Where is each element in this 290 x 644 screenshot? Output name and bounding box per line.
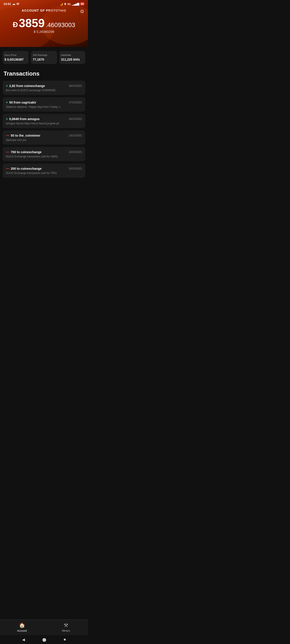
- signal-5g-icon: 5G: [67, 3, 71, 5]
- transaction-item-0[interactable]: + 2,92 from coinexchange 18/10/2021 Bot …: [3, 81, 85, 95]
- header-top: ACCOUNT OF PROTOTHIS ⚙: [0, 7, 88, 15]
- stat-value-2: 311,225 kH/s: [61, 58, 84, 61]
- tx-top-5: — 200 to coinexchange 10/10/2021: [6, 166, 82, 170]
- stat-value-1: 77,1670: [33, 58, 55, 61]
- message-icon: ✉: [17, 2, 19, 6]
- tx-sign-plus: +: [6, 117, 8, 121]
- transaction-item-5[interactable]: — 200 to coinexchange 10/10/2021 DUCO Ex…: [3, 164, 85, 178]
- tx-date-0: 18/10/2021: [69, 84, 82, 88]
- tx-date-2: 16/10/2021: [69, 118, 82, 120]
- balance-usd: $ 5,26380298: [5, 30, 84, 34]
- tx-desc-4: DUCO Exchange transaction (sell for XMG): [6, 155, 82, 158]
- tx-date-1: 17/10/2021: [69, 101, 82, 104]
- settings-button[interactable]: ⚙: [80, 9, 84, 14]
- tx-amount-text-1: 50 from cagricakir: [9, 100, 36, 104]
- tx-sign-minus: —: [6, 150, 10, 154]
- transactions-title: Transactions: [3, 70, 85, 77]
- stat-card-earnings: 24h Earnings 77,1670: [31, 51, 57, 64]
- stat-label-0: Duco Price: [5, 54, 27, 56]
- bluetooth-icon: 𝗕: [64, 2, 66, 6]
- tx-top-1: + 50 from cagricakir 17/10/2021: [6, 100, 82, 104]
- signal-bars-icon: ▁▃▅▇: [72, 2, 79, 6]
- tx-date-4: 10/10/2021: [69, 150, 82, 154]
- tx-amount-4: — 700 to coinexchange: [6, 150, 42, 154]
- tx-top-0: + 2,92 from coinexchange 18/10/2021: [6, 84, 82, 88]
- tx-desc-5: DUCO Exchange transaction (sell for TRX): [6, 172, 82, 175]
- tx-top-3: — 50 to the_coinminer 13/10/2021: [6, 134, 82, 138]
- tx-sign-minus: —: [6, 166, 10, 170]
- battery-icon: 34: [80, 2, 84, 5]
- balance-section: Ð 3859 .46093003 $ 5,26380298: [0, 15, 88, 38]
- moon-icon: 🌙: [60, 2, 63, 6]
- tx-sign-minus: —: [6, 134, 10, 138]
- tx-top-4: — 700 to coinexchange 10/10/2021: [6, 150, 82, 154]
- duco-symbol: Ð: [13, 20, 18, 29]
- stat-card-duco-price: Duco Price $ 0,00136387: [3, 51, 29, 64]
- transactions-section: Transactions + 2,92 from coinexchange 18…: [0, 68, 88, 198]
- transaction-list: + 2,92 from coinexchange 18/10/2021 Bot …: [3, 81, 85, 178]
- status-bar: 23:01 ☁ ✉ 🌙 𝗕 5G ▁▃▅▇ 34: [0, 0, 88, 7]
- tx-sign-plus: +: [6, 84, 8, 88]
- tx-amount-5: — 200 to coinexchange: [6, 166, 42, 170]
- status-right: 🌙 𝗕 5G ▁▃▅▇ 34: [60, 2, 84, 6]
- tx-date-3: 13/10/2021: [69, 134, 82, 137]
- tx-amount-1: + 50 from cagricakir: [6, 100, 36, 104]
- tx-desc-1: Selamun aleykum. Happy days from Turkey …: [6, 105, 82, 108]
- tx-amount-text-2: 0,0648 from amogus: [9, 117, 39, 121]
- transaction-item-1[interactable]: + 50 from cagricakir 17/10/2021 Selamun …: [3, 97, 85, 112]
- tx-amount-text-0: 2,92 from coinexchange: [9, 84, 45, 88]
- tx-amount-text-5: 200 to coinexchange: [11, 167, 42, 170]
- stat-label-2: Hashrate: [61, 54, 84, 56]
- balance-decimal: .46093003: [46, 22, 75, 28]
- balance-integer: 3859: [19, 17, 45, 29]
- stat-value-0: $ 0,00136387: [5, 58, 27, 61]
- transaction-item-3[interactable]: — 50 to the_coinminer 13/10/2021 Speciaa…: [3, 130, 85, 145]
- tx-top-2: + 0,0648 from amogus 16/10/2021: [6, 117, 82, 121]
- balance-main: Ð 3859 .46093003: [5, 17, 84, 29]
- stat-label-1: 24h Earnings: [33, 54, 55, 56]
- tx-desc-0: Bot coins to DUCO exchange OVERRIDE: [6, 89, 82, 92]
- transaction-item-4[interactable]: — 700 to coinexchange 10/10/2021 DUCO Ex…: [3, 147, 85, 161]
- tx-amount-2: + 0,0648 from amogus: [6, 117, 40, 121]
- stat-card-hashrate: Hashrate 311,225 kH/s: [59, 51, 85, 64]
- status-left: 23:01 ☁ ✉: [4, 2, 19, 6]
- tx-amount-text-3: 50 to the_coinminer: [11, 134, 40, 137]
- tx-date-5: 10/10/2021: [69, 167, 82, 170]
- account-title: ACCOUNT OF PROTOTHIS: [22, 9, 66, 12]
- tx-amount-text-4: 700 to coinexchange: [11, 150, 42, 154]
- tx-amount-3: — 50 to the_coinminer: [6, 134, 40, 138]
- tx-desc-3: Speciaal voor jou: [6, 138, 82, 142]
- cloud-icon: ☁: [12, 2, 15, 6]
- tx-sign-plus: +: [6, 100, 8, 104]
- tx-amount-0: + 2,92 from coinexchange: [6, 84, 45, 88]
- tx-desc-2: amogus faucet https://duco-faucet.pcgeek…: [6, 122, 82, 125]
- time-display: 23:01: [4, 2, 11, 6]
- stats-section: Duco Price $ 0,00136387 24h Earnings 77,…: [0, 46, 88, 68]
- transaction-item-2[interactable]: + 0,0648 from amogus 16/10/2021 amogus f…: [3, 114, 85, 128]
